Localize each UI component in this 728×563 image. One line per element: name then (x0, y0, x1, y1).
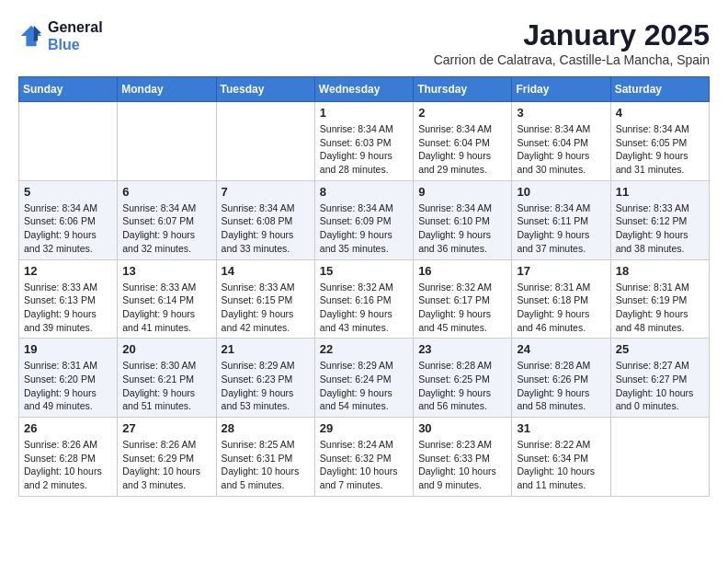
day-number: 20 (122, 342, 210, 356)
day-info: Sunrise: 8:28 AMSunset: 6:25 PMDaylight:… (418, 359, 506, 413)
table-row: 31Sunrise: 8:22 AMSunset: 6:34 PMDayligh… (512, 418, 610, 497)
day-number: 30 (418, 421, 506, 435)
day-info: Sunrise: 8:31 AMSunset: 6:19 PMDaylight:… (616, 281, 704, 335)
day-info: Sunrise: 8:34 AMSunset: 6:08 PMDaylight:… (222, 201, 310, 256)
table-row: 8Sunrise: 8:34 AMSunset: 6:09 PMDaylight… (314, 180, 413, 259)
day-number: 5 (24, 185, 112, 199)
day-info: Sunrise: 8:28 AMSunset: 6:26 PMDaylight:… (517, 359, 605, 413)
calendar-week-4: 19Sunrise: 8:31 AMSunset: 6:20 PMDayligh… (19, 339, 710, 418)
logo: General Blue (18, 18, 103, 53)
day-number: 9 (418, 185, 506, 199)
day-info: Sunrise: 8:34 AMSunset: 6:10 PMDaylight:… (418, 201, 506, 256)
day-info: Sunrise: 8:34 AMSunset: 6:05 PMDaylight:… (616, 122, 704, 177)
table-row: 21Sunrise: 8:29 AMSunset: 6:23 PMDayligh… (216, 339, 314, 418)
day-number: 26 (24, 421, 112, 435)
table-row: 16Sunrise: 8:32 AMSunset: 6:17 PMDayligh… (414, 259, 512, 339)
table-row: 29Sunrise: 8:24 AMSunset: 6:32 PMDayligh… (314, 418, 413, 497)
day-number: 7 (222, 185, 310, 199)
table-row: 27Sunrise: 8:26 AMSunset: 6:29 PMDayligh… (118, 418, 216, 497)
day-number: 10 (517, 185, 605, 199)
calendar-title: January 2025 (434, 18, 710, 52)
day-number: 3 (517, 106, 605, 120)
day-info: Sunrise: 8:34 AMSunset: 6:04 PMDaylight:… (517, 122, 605, 177)
day-number: 18 (616, 264, 704, 278)
logo-general: General (48, 18, 103, 36)
day-number: 29 (320, 421, 408, 435)
col-monday: Monday (118, 77, 216, 102)
table-row: 14Sunrise: 8:33 AMSunset: 6:15 PMDayligh… (216, 259, 314, 339)
day-number: 31 (517, 421, 605, 435)
col-tuesday: Tuesday (216, 77, 314, 102)
calendar-week-1: 1Sunrise: 8:34 AMSunset: 6:03 PMDaylight… (19, 102, 710, 181)
day-number: 19 (24, 342, 112, 356)
day-info: Sunrise: 8:26 AMSunset: 6:29 PMDaylight:… (122, 438, 210, 492)
logo-blue: Blue (48, 36, 103, 53)
table-row (118, 102, 216, 181)
day-info: Sunrise: 8:31 AMSunset: 6:20 PMDaylight:… (24, 359, 112, 413)
day-number: 24 (517, 342, 605, 356)
table-row: 30Sunrise: 8:23 AMSunset: 6:33 PMDayligh… (414, 418, 512, 497)
day-number: 1 (320, 106, 408, 120)
day-number: 22 (320, 342, 408, 356)
table-row (610, 418, 709, 497)
day-number: 28 (222, 421, 310, 435)
day-info: Sunrise: 8:34 AMSunset: 6:06 PMDaylight:… (24, 201, 112, 256)
day-number: 27 (122, 421, 210, 435)
table-row: 12Sunrise: 8:33 AMSunset: 6:13 PMDayligh… (19, 259, 118, 339)
day-info: Sunrise: 8:33 AMSunset: 6:14 PMDaylight:… (122, 281, 210, 335)
logo-icon (18, 23, 44, 49)
day-number: 2 (418, 106, 506, 120)
table-row: 1Sunrise: 8:34 AMSunset: 6:03 PMDaylight… (314, 102, 413, 181)
table-row: 17Sunrise: 8:31 AMSunset: 6:18 PMDayligh… (512, 259, 610, 339)
table-row: 4Sunrise: 8:34 AMSunset: 6:05 PMDaylight… (610, 102, 709, 181)
day-info: Sunrise: 8:31 AMSunset: 6:18 PMDaylight:… (517, 281, 605, 335)
calendar-week-5: 26Sunrise: 8:26 AMSunset: 6:28 PMDayligh… (19, 418, 710, 497)
day-number: 4 (616, 106, 704, 120)
col-friday: Friday (512, 77, 610, 102)
day-number: 17 (517, 264, 605, 278)
table-row: 20Sunrise: 8:30 AMSunset: 6:21 PMDayligh… (118, 339, 216, 418)
day-info: Sunrise: 8:33 AMSunset: 6:13 PMDaylight:… (24, 281, 112, 335)
col-saturday: Saturday (610, 77, 709, 102)
table-row: 7Sunrise: 8:34 AMSunset: 6:08 PMDaylight… (216, 180, 314, 259)
day-info: Sunrise: 8:26 AMSunset: 6:28 PMDaylight:… (24, 438, 112, 492)
day-number: 6 (122, 185, 210, 199)
table-row: 23Sunrise: 8:28 AMSunset: 6:25 PMDayligh… (414, 339, 512, 418)
table-row: 15Sunrise: 8:32 AMSunset: 6:16 PMDayligh… (314, 259, 413, 339)
table-row: 2Sunrise: 8:34 AMSunset: 6:04 PMDaylight… (414, 102, 512, 181)
col-wednesday: Wednesday (314, 77, 413, 102)
table-row: 26Sunrise: 8:26 AMSunset: 6:28 PMDayligh… (19, 418, 118, 497)
calendar-week-3: 12Sunrise: 8:33 AMSunset: 6:13 PMDayligh… (19, 259, 710, 339)
page-header: General Blue January 2025 Carrion de Cal… (18, 18, 710, 67)
day-number: 13 (122, 264, 210, 278)
day-info: Sunrise: 8:22 AMSunset: 6:34 PMDaylight:… (517, 438, 605, 492)
calendar-header-row: Sunday Monday Tuesday Wednesday Thursday… (19, 77, 710, 102)
day-info: Sunrise: 8:27 AMSunset: 6:27 PMDaylight:… (616, 359, 704, 413)
day-number: 15 (320, 264, 408, 278)
day-info: Sunrise: 8:33 AMSunset: 6:15 PMDaylight:… (222, 281, 310, 335)
table-row: 9Sunrise: 8:34 AMSunset: 6:10 PMDaylight… (414, 180, 512, 259)
day-number: 23 (418, 342, 506, 356)
table-row: 5Sunrise: 8:34 AMSunset: 6:06 PMDaylight… (19, 180, 118, 259)
day-info: Sunrise: 8:30 AMSunset: 6:21 PMDaylight:… (122, 359, 210, 413)
table-row: 6Sunrise: 8:34 AMSunset: 6:07 PMDaylight… (118, 180, 216, 259)
day-info: Sunrise: 8:24 AMSunset: 6:32 PMDaylight:… (320, 438, 408, 492)
day-number: 14 (222, 264, 310, 278)
day-number: 25 (616, 342, 704, 356)
col-thursday: Thursday (414, 77, 512, 102)
day-info: Sunrise: 8:33 AMSunset: 6:12 PMDaylight:… (616, 201, 704, 256)
day-info: Sunrise: 8:23 AMSunset: 6:33 PMDaylight:… (418, 438, 506, 492)
col-sunday: Sunday (19, 77, 118, 102)
table-row: 13Sunrise: 8:33 AMSunset: 6:14 PMDayligh… (118, 259, 216, 339)
day-info: Sunrise: 8:32 AMSunset: 6:16 PMDaylight:… (320, 281, 408, 335)
day-number: 16 (418, 264, 506, 278)
day-info: Sunrise: 8:25 AMSunset: 6:31 PMDaylight:… (222, 438, 310, 492)
day-info: Sunrise: 8:29 AMSunset: 6:24 PMDaylight:… (320, 359, 408, 413)
day-number: 11 (616, 185, 704, 199)
table-row: 3Sunrise: 8:34 AMSunset: 6:04 PMDaylight… (512, 102, 610, 181)
day-info: Sunrise: 8:34 AMSunset: 6:11 PMDaylight:… (517, 201, 605, 256)
table-row (216, 102, 314, 181)
svg-marker-1 (34, 26, 41, 41)
table-row: 28Sunrise: 8:25 AMSunset: 6:31 PMDayligh… (216, 418, 314, 497)
day-number: 8 (320, 185, 408, 199)
